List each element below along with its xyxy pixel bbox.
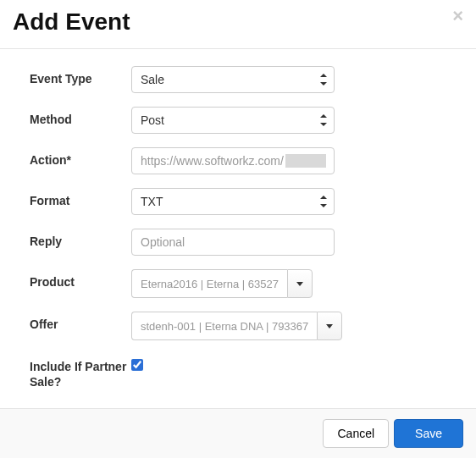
label-event-type: Event Type bbox=[30, 66, 131, 86]
updown-icon bbox=[320, 114, 327, 126]
chevron-down-icon bbox=[326, 324, 333, 328]
row-reply: Reply bbox=[30, 229, 446, 256]
select-event-type-value: Sale bbox=[141, 73, 164, 86]
checkbox-include-if[interactable] bbox=[131, 359, 143, 371]
row-action: Action* https://www.softworkz.com/ bbox=[30, 147, 446, 174]
select-event-type[interactable]: Sale bbox=[131, 66, 335, 93]
combo-product-value[interactable]: Eterna2016 | Eterna | 63527 bbox=[131, 269, 287, 298]
row-offer: Offer stdenh-001 | Eterna DNA | 793367 bbox=[30, 312, 446, 340]
save-button[interactable]: Save bbox=[394, 419, 463, 448]
label-action: Action* bbox=[30, 147, 131, 168]
input-reply[interactable] bbox=[131, 229, 335, 256]
row-include-if: Include If Partner Sale? bbox=[30, 354, 446, 389]
label-include-if: Include If Partner Sale? bbox=[30, 354, 131, 389]
select-format-value: TXT bbox=[141, 195, 163, 208]
row-format: Format TXT bbox=[30, 188, 446, 215]
updown-icon bbox=[320, 74, 327, 86]
label-method: Method bbox=[30, 107, 131, 127]
close-icon[interactable]: × bbox=[452, 5, 463, 27]
select-method[interactable]: Post bbox=[131, 107, 335, 134]
row-method: Method Post bbox=[30, 107, 446, 134]
cancel-button[interactable]: Cancel bbox=[323, 419, 389, 448]
combo-product-button[interactable] bbox=[287, 269, 313, 298]
label-reply: Reply bbox=[30, 229, 131, 249]
input-action-value: https://www.softworkz.com/ bbox=[141, 154, 284, 168]
combo-offer-value[interactable]: stdenh-001 | Eterna DNA | 793367 bbox=[131, 312, 317, 340]
modal-body: Event Type Sale Method Post bbox=[0, 49, 476, 408]
updown-icon bbox=[320, 196, 327, 207]
select-method-value: Post bbox=[141, 113, 164, 127]
row-event-type: Event Type Sale bbox=[30, 66, 446, 93]
redacted-mask bbox=[285, 154, 326, 168]
label-format: Format bbox=[30, 188, 131, 208]
input-action[interactable]: https://www.softworkz.com/ bbox=[131, 147, 335, 174]
label-product: Product bbox=[30, 269, 131, 290]
modal-footer: Cancel Save bbox=[0, 408, 476, 458]
modal-title: Add Event bbox=[13, 8, 463, 36]
chevron-down-icon bbox=[296, 282, 303, 286]
modal-header: Add Event × bbox=[0, 0, 476, 49]
select-format[interactable]: TXT bbox=[131, 188, 335, 215]
add-event-modal: Add Event × Event Type Sale Method Post bbox=[0, 0, 476, 458]
combo-offer-button[interactable] bbox=[317, 312, 342, 340]
row-product: Product Eterna2016 | Eterna | 63527 bbox=[30, 269, 446, 298]
label-offer: Offer bbox=[30, 312, 131, 332]
